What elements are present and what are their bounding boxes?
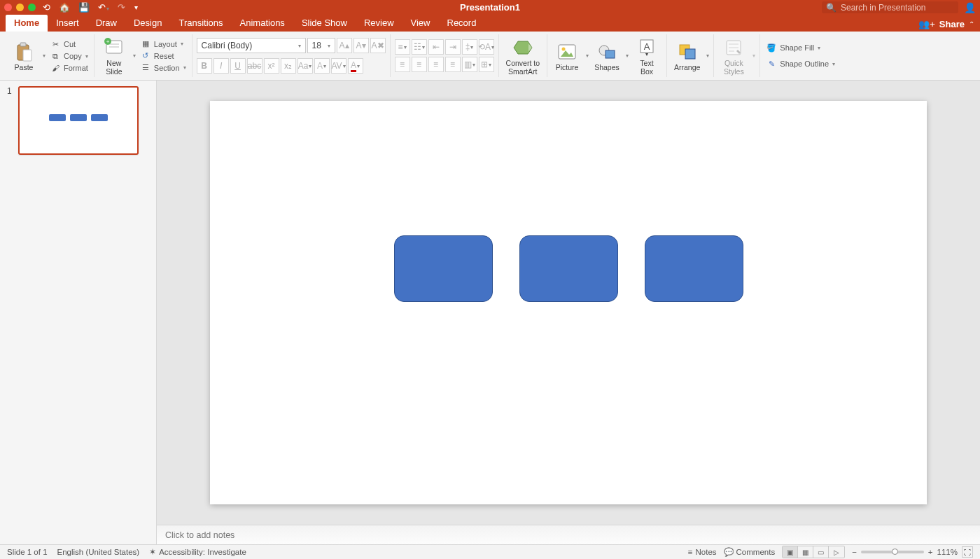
paste-dropdown-icon[interactable]: ▾: [43, 53, 46, 59]
user-account-icon[interactable]: 👤: [964, 2, 976, 13]
zoom-out-button[interactable]: −: [852, 548, 857, 556]
pen-icon: ✎: [766, 60, 777, 69]
strikethrough-button[interactable]: abc: [247, 58, 262, 74]
reading-view-button[interactable]: ▭: [813, 546, 829, 558]
save-icon[interactable]: 💾: [78, 2, 90, 13]
justify-button[interactable]: ≡: [445, 57, 461, 72]
section-button[interactable]: ☰Section▾: [139, 62, 188, 73]
character-spacing-button[interactable]: AV▾: [331, 58, 346, 74]
slide-canvas[interactable]: [210, 101, 927, 504]
align-right-button[interactable]: ≡: [428, 57, 444, 72]
comments-button[interactable]: 💬Comments: [724, 547, 776, 557]
search-input[interactable]: 🔍 Search in Presentation: [822, 1, 958, 13]
new-slide-dropdown-icon[interactable]: ▾: [133, 53, 136, 59]
autosave-icon[interactable]: ⟲: [43, 2, 50, 13]
rounded-rectangle-shape-2[interactable]: [519, 235, 618, 302]
tab-draw[interactable]: Draw: [88, 15, 125, 32]
shapes-dropdown-icon[interactable]: ▾: [626, 53, 629, 59]
cut-button[interactable]: ✂Cut: [48, 39, 90, 50]
shapes-button[interactable]: Shapes: [592, 39, 622, 74]
quick-styles-button[interactable]: Quick Styles: [718, 34, 749, 77]
tab-home[interactable]: Home: [6, 15, 48, 32]
tab-transitions[interactable]: Transitions: [170, 15, 231, 32]
picture-dropdown-icon[interactable]: ▾: [586, 53, 589, 59]
view-mode-group: ▣ ▦ ▭ ▷: [782, 546, 845, 558]
notes-toggle-button[interactable]: ≡Notes: [688, 548, 717, 556]
qat-customize-icon[interactable]: ▾: [134, 4, 138, 11]
normal-view-button[interactable]: ▣: [783, 546, 798, 558]
increase-indent-button[interactable]: ⇥: [445, 39, 461, 55]
align-text-button[interactable]: ⊞▾: [479, 57, 494, 72]
close-window-button[interactable]: [4, 4, 12, 11]
font-group: Calibri (Body)▾ 18▾ A▴ A▾ A✖ B I U abc x…: [192, 34, 391, 77]
undo-icon[interactable]: ↶▾: [98, 2, 109, 13]
tab-insert[interactable]: Insert: [48, 15, 88, 32]
text-direction-button[interactable]: ⟲A▾: [479, 39, 494, 55]
numbering-button[interactable]: ☷▾: [412, 39, 427, 55]
zoom-slider-knob[interactable]: [892, 548, 898, 555]
subscript-button[interactable]: x₂: [281, 58, 296, 74]
shape-outline-button[interactable]: ✎Shape Outline▾: [764, 59, 836, 69]
text-box-button[interactable]: A Text Box: [631, 34, 662, 77]
decrease-font-button[interactable]: A▾: [354, 38, 369, 53]
superscript-button[interactable]: x²: [264, 58, 279, 74]
tab-animations[interactable]: Animations: [232, 15, 293, 32]
tab-slide-show[interactable]: Slide Show: [293, 15, 356, 32]
thumbnail-mini-shape-3: [91, 114, 108, 121]
align-left-button[interactable]: ≡: [395, 57, 410, 72]
font-size-select[interactable]: 18▾: [307, 38, 335, 53]
notes-input[interactable]: Click to add notes: [157, 525, 980, 544]
arrange-button[interactable]: Arrange: [671, 39, 703, 74]
maximize-window-button[interactable]: [28, 4, 36, 11]
rounded-rectangle-shape-1[interactable]: [394, 235, 493, 302]
tab-record[interactable]: Record: [439, 15, 485, 32]
reset-button[interactable]: ↺Reset: [139, 50, 188, 61]
quickstyles-dropdown-icon[interactable]: ▾: [752, 53, 755, 59]
new-slide-button[interactable]: + New Slide: [99, 34, 130, 77]
font-name-select[interactable]: Calibri (Body)▾: [197, 38, 306, 53]
home-icon[interactable]: 🏠: [59, 2, 70, 13]
fit-to-window-button[interactable]: ⛶: [962, 546, 973, 558]
minimize-window-button[interactable]: [16, 4, 24, 11]
slide-canvas-wrap[interactable]: [157, 81, 980, 525]
picture-button[interactable]: Picture: [552, 39, 582, 74]
share-icon: 👥+: [918, 19, 935, 29]
copy-button[interactable]: ⧉Copy▾: [48, 51, 90, 62]
line-spacing-button[interactable]: ‡▾: [462, 39, 477, 55]
tab-view[interactable]: View: [402, 15, 439, 32]
accessibility-status[interactable]: ✶Accessibility: Investigate: [149, 547, 246, 557]
change-case-button[interactable]: Aa▾: [298, 58, 313, 74]
redo-icon[interactable]: ↷: [118, 2, 125, 13]
svg-text:+: +: [106, 39, 110, 45]
format-painter-button[interactable]: 🖌Format: [48, 63, 90, 73]
slide-counter[interactable]: Slide 1 of 1: [7, 548, 48, 556]
font-color-button[interactable]: A▾: [348, 58, 363, 74]
zoom-in-button[interactable]: +: [928, 548, 933, 556]
language-status[interactable]: English (United States): [57, 548, 140, 556]
underline-button[interactable]: U: [230, 58, 246, 74]
bullets-button[interactable]: ≡▾: [395, 39, 410, 55]
columns-button[interactable]: ▥▾: [462, 57, 477, 72]
slide-thumbnail-1[interactable]: [18, 86, 139, 155]
decrease-indent-button[interactable]: ⇤: [428, 39, 444, 55]
slide-sorter-view-button[interactable]: ▦: [798, 546, 813, 558]
bold-button[interactable]: B: [197, 58, 212, 74]
tab-design[interactable]: Design: [125, 15, 170, 32]
layout-button[interactable]: ▦Layout▾: [139, 39, 188, 49]
collapse-ribbon-icon[interactable]: ⌃: [969, 20, 974, 28]
align-center-button[interactable]: ≡: [412, 57, 427, 72]
clear-formatting-button[interactable]: A✖: [370, 38, 386, 53]
paste-button[interactable]: Paste: [8, 39, 39, 74]
share-button[interactable]: 👥+ Share ⌃: [913, 19, 980, 32]
zoom-slider[interactable]: [861, 551, 924, 553]
shape-fill-button[interactable]: 🪣Shape Fill▾: [764, 43, 836, 53]
tab-review[interactable]: Review: [356, 15, 402, 32]
rounded-rectangle-shape-3[interactable]: [645, 235, 743, 302]
highlight-button[interactable]: A▾: [314, 58, 330, 74]
increase-font-button[interactable]: A▴: [337, 38, 352, 53]
zoom-percent[interactable]: 111%: [937, 548, 958, 556]
arrange-dropdown-icon[interactable]: ▾: [706, 53, 709, 59]
convert-smartart-button[interactable]: Convert to SmartArt: [503, 34, 542, 77]
italic-button[interactable]: I: [214, 58, 229, 74]
slideshow-view-button[interactable]: ▷: [829, 546, 844, 558]
